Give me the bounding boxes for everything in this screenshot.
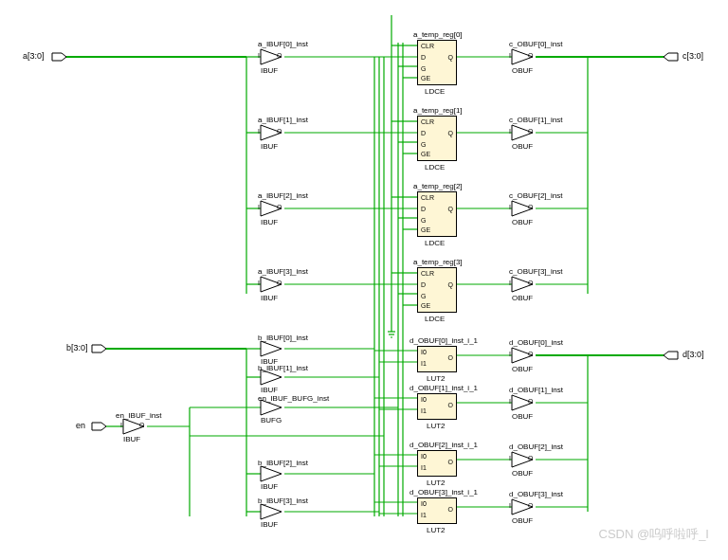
latch-reg3: CLR D Q G GE bbox=[417, 267, 457, 313]
type-a-ibuf1: IBUF bbox=[261, 142, 278, 151]
port-c: c[3:0] bbox=[682, 51, 703, 61]
inst-a-ibuf3: a_IBUF[3]_inst bbox=[258, 267, 308, 276]
port-d: d[3:0] bbox=[682, 350, 704, 359]
watermark: CSDN @呜呼啦呼_I bbox=[599, 526, 710, 543]
type-lut-d2: LUT2 bbox=[427, 479, 446, 487]
svg-marker-86 bbox=[261, 466, 282, 481]
latch-reg2: CLR D Q G GE bbox=[417, 191, 457, 237]
type-b-ibuf2: IBUF bbox=[261, 482, 278, 491]
port-b: b[3:0] bbox=[66, 343, 88, 352]
svg-marker-75 bbox=[92, 423, 106, 430]
inst-a-ibuf1: a_IBUF[1]_inst bbox=[258, 116, 308, 124]
inst-obuf-d1: d_OBUF[1]_inst bbox=[509, 386, 563, 394]
inst-lut-d2: d_OBUF[2]_inst_i_1 bbox=[410, 441, 478, 449]
inst-b-ibuf2: b_IBUF[2]_inst bbox=[258, 459, 308, 467]
latch-reg1: CLR D Q G GE bbox=[417, 116, 457, 161]
inst-b-ibuf1: b_IBUF[1]_inst bbox=[258, 364, 308, 372]
svg-marker-87 bbox=[261, 504, 282, 519]
type-reg2: LDCE bbox=[425, 239, 445, 247]
type-reg3: LDCE bbox=[425, 315, 445, 323]
svg-marker-74 bbox=[92, 345, 106, 352]
inst-obuf-c2: c_OBUF[2]_inst bbox=[509, 191, 562, 200]
inst-obuf-d3: d_OBUF[3]_inst bbox=[509, 490, 563, 498]
type-a-ibuf3: IBUF bbox=[261, 294, 278, 302]
type-obuf-c1: OBUF bbox=[512, 142, 533, 151]
type-a-ibuf0: IBUF bbox=[261, 66, 278, 75]
type-obuf-d3: OBUF bbox=[512, 516, 533, 525]
type-en-ibuf: IBUF bbox=[123, 435, 140, 443]
port-en: en bbox=[76, 421, 85, 430]
inst-obuf-d2: d_OBUF[2]_inst bbox=[509, 443, 563, 451]
inst-reg0: a_temp_reg[0] bbox=[413, 30, 463, 39]
svg-marker-76 bbox=[664, 53, 678, 61]
inst-lut-d1: d_OBUF[1]_inst_i_1 bbox=[410, 384, 478, 392]
inst-b-ibuf3: b_IBUF[3]_inst bbox=[258, 497, 308, 505]
inst-reg1: a_temp_reg[1] bbox=[413, 106, 463, 115]
inst-a-ibuf2: a_IBUF[2]_inst bbox=[258, 191, 308, 200]
type-bufg: BUFG bbox=[261, 416, 282, 425]
type-lut-d0: LUT2 bbox=[427, 374, 446, 383]
type-obuf-d1: OBUF bbox=[512, 412, 533, 421]
lut-d1: I0 I1 O bbox=[417, 393, 457, 420]
inst-bufg: en_IBUF_BUFG_inst bbox=[258, 394, 329, 403]
svg-marker-77 bbox=[664, 352, 678, 359]
type-obuf-c2: OBUF bbox=[512, 218, 533, 226]
inst-obuf-c0: c_OBUF[0]_inst bbox=[509, 40, 562, 48]
inst-reg3: a_temp_reg[3] bbox=[413, 258, 463, 266]
inst-reg2: a_temp_reg[2] bbox=[413, 182, 463, 190]
lut-d2: I0 I1 O bbox=[417, 450, 457, 477]
inst-lut-d3: d_OBUF[3]_inst_i_1 bbox=[410, 488, 478, 497]
inst-en-ibuf: en_IBUF_inst bbox=[116, 411, 161, 420]
inst-obuf-c1: c_OBUF[1]_inst bbox=[509, 116, 562, 124]
inst-obuf-c3: c_OBUF[3]_inst bbox=[509, 267, 562, 276]
type-obuf-c3: OBUF bbox=[512, 294, 533, 302]
lut-d3: I0 I1 O bbox=[417, 497, 457, 524]
inst-b-ibuf0: b_IBUF[0]_inst bbox=[258, 334, 308, 342]
svg-marker-73 bbox=[52, 53, 66, 61]
type-lut-d1: LUT2 bbox=[427, 422, 446, 430]
type-b-ibuf1: IBUF bbox=[261, 386, 278, 394]
port-a: a[3:0] bbox=[23, 51, 45, 61]
svg-marker-83 bbox=[261, 341, 282, 356]
type-b-ibuf3: IBUF bbox=[261, 520, 278, 529]
type-obuf-d0: OBUF bbox=[512, 365, 533, 373]
inst-lut-d0: d_OBUF[0]_inst_i_1 bbox=[410, 336, 478, 345]
inst-a-ibuf0: a_IBUF[0]_inst bbox=[258, 40, 308, 48]
type-a-ibuf2: IBUF bbox=[261, 218, 278, 226]
type-lut-d3: LUT2 bbox=[427, 526, 446, 534]
schematic-wires bbox=[0, 0, 728, 560]
lut-d0: I0 I1 O bbox=[417, 346, 457, 372]
inst-obuf-d0: d_OBUF[0]_inst bbox=[509, 338, 563, 347]
latch-reg0: CLR D Q G GE bbox=[417, 40, 457, 85]
type-reg0: LDCE bbox=[425, 87, 445, 96]
type-obuf-c0: OBUF bbox=[512, 66, 533, 75]
type-obuf-d2: OBUF bbox=[512, 469, 533, 478]
type-reg1: LDCE bbox=[425, 163, 445, 172]
